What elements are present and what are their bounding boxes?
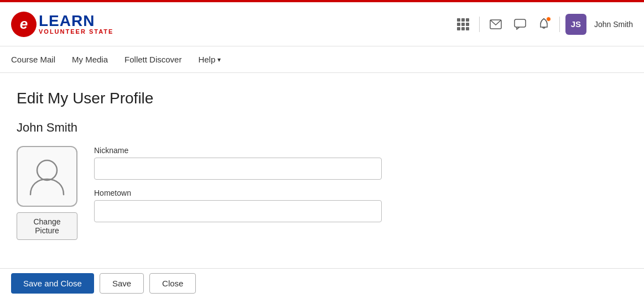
header-user-name: John Smith bbox=[594, 20, 633, 29]
header-right: JS John Smith bbox=[453, 14, 633, 35]
page-title: Edit My User Profile bbox=[17, 90, 627, 107]
logo-learn-text: LEARN bbox=[39, 13, 113, 29]
save-and-close-button[interactable]: Save and Close bbox=[11, 273, 94, 284]
svg-rect-1 bbox=[515, 19, 526, 27]
bottom-bar: Save and Close Save Close bbox=[0, 268, 644, 284]
logo-e-circle: e bbox=[11, 12, 37, 37]
logo-subtitle-text: VOLUNTEER STATE bbox=[39, 29, 113, 35]
avatar: JS bbox=[565, 14, 586, 35]
notification-dot bbox=[546, 17, 551, 22]
nav-course-mail[interactable]: Course Mail bbox=[11, 53, 55, 66]
nickname-input[interactable] bbox=[94, 158, 382, 180]
user-full-name: John Smith bbox=[17, 121, 627, 135]
save-button[interactable]: Save bbox=[100, 273, 144, 284]
change-picture-button[interactable]: Change Picture bbox=[17, 212, 77, 240]
svg-point-3 bbox=[37, 160, 57, 180]
nav-help[interactable]: Help ▾ bbox=[198, 53, 221, 66]
profile-avatar-box bbox=[17, 146, 77, 207]
close-button[interactable]: Close bbox=[149, 273, 196, 284]
logo: e LEARN VOLUNTEER STATE bbox=[11, 12, 113, 37]
profile-section: Change Picture Nickname Hometown bbox=[17, 146, 627, 240]
apps-button[interactable] bbox=[453, 14, 474, 35]
user-avatar-icon bbox=[28, 156, 66, 197]
mail-button[interactable] bbox=[485, 15, 506, 34]
nickname-field: Nickname bbox=[94, 146, 382, 180]
chat-button[interactable] bbox=[510, 14, 531, 34]
nav-follett-discover[interactable]: Follett Discover bbox=[124, 53, 181, 66]
hometown-field: Hometown bbox=[94, 189, 382, 222]
apps-grid-icon bbox=[457, 18, 469, 30]
nav-my-media[interactable]: My Media bbox=[72, 53, 108, 66]
main-content: Edit My User Profile John Smith Change P… bbox=[0, 73, 644, 284]
header: e LEARN VOLUNTEER STATE bbox=[0, 2, 644, 46]
hometown-label: Hometown bbox=[94, 189, 382, 197]
form-section: Nickname Hometown bbox=[94, 146, 382, 231]
chat-icon bbox=[514, 19, 526, 30]
notifications-button[interactable] bbox=[534, 14, 554, 35]
divider-2 bbox=[559, 17, 560, 32]
logo-text: LEARN VOLUNTEER STATE bbox=[39, 13, 113, 35]
divider-1 bbox=[479, 17, 480, 32]
mail-icon bbox=[490, 19, 502, 29]
hometown-input[interactable] bbox=[94, 200, 382, 222]
chevron-down-icon: ▾ bbox=[217, 56, 221, 64]
avatar-section: Change Picture bbox=[17, 146, 77, 240]
nickname-label: Nickname bbox=[94, 146, 382, 155]
main-nav: Course Mail My Media Follett Discover He… bbox=[0, 46, 644, 73]
